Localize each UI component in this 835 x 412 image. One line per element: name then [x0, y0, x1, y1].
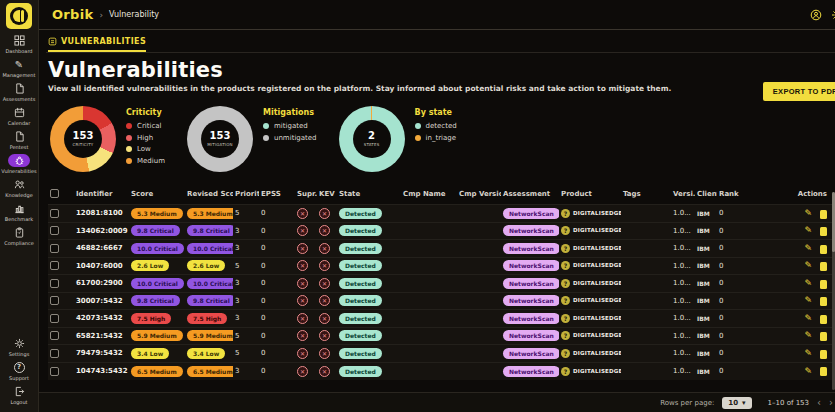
- kev-icon[interactable]: ✕: [319, 348, 330, 359]
- sidebar-item-vulnerabilities[interactable]: Vulnerabilities: [1, 154, 38, 174]
- table-row[interactable]: 134062:0009 9.8 Critical 9.8 Critical 3 …: [48, 222, 834, 240]
- document-action-icon[interactable]: [820, 367, 827, 376]
- suppressed-icon[interactable]: ✕: [297, 225, 308, 236]
- kev-icon[interactable]: ✕: [319, 278, 330, 289]
- kev-icon[interactable]: ✕: [319, 313, 330, 324]
- suppressed-icon[interactable]: ✕: [297, 366, 308, 377]
- sidebar-item-dashboard[interactable]: Dashboard: [1, 34, 38, 54]
- row-checkbox[interactable]: [50, 331, 59, 340]
- kev-icon[interactable]: ✕: [319, 243, 330, 254]
- edit-icon[interactable]: ✎: [804, 208, 812, 218]
- row-checkbox[interactable]: [50, 314, 59, 323]
- document-action-icon[interactable]: [820, 297, 827, 306]
- suppressed-icon[interactable]: ✕: [297, 330, 308, 341]
- epss-cell: 0: [259, 362, 295, 380]
- document-action-icon[interactable]: [820, 350, 827, 359]
- suppressed-icon[interactable]: ✕: [297, 278, 308, 289]
- sidebar-item-label: Pentest: [10, 144, 29, 150]
- orbik-logo-icon[interactable]: [6, 3, 32, 29]
- breadcrumb: Vulnerability: [109, 10, 159, 19]
- assessment-badge: NetworkScan: [503, 313, 559, 324]
- document-action-icon[interactable]: [820, 245, 827, 254]
- edit-icon[interactable]: ✎: [804, 225, 812, 235]
- export-pdf-button[interactable]: EXPORT TO PDF: [763, 82, 835, 101]
- row-checkbox[interactable]: [50, 279, 59, 288]
- user-icon[interactable]: [810, 6, 822, 25]
- table-row[interactable]: 104743:5432 6.5 Medium 6.5 Medium 3 0 ✕ …: [48, 362, 834, 380]
- by-state-chart: 2statesBy statedetectedin_triage: [339, 106, 457, 172]
- sidebar-item-knowledge[interactable]: Knowledge: [1, 178, 38, 198]
- document-action-icon[interactable]: [820, 210, 827, 219]
- suppressed-icon[interactable]: ✕: [297, 295, 308, 306]
- table-row[interactable]: 65821:5432 5.9 Medium 5.9 Medium 5 0 ✕ ✕…: [48, 327, 834, 345]
- row-checkbox[interactable]: [50, 209, 59, 218]
- select-all-checkbox[interactable]: [50, 189, 59, 198]
- row-checkbox[interactable]: [50, 244, 59, 253]
- row-checkbox[interactable]: [50, 367, 59, 376]
- sidebar-item-label: Dashboard: [5, 48, 32, 54]
- sidebar-item-compliance[interactable]: Compliance: [1, 226, 38, 246]
- assessment-badge: NetworkScan: [503, 330, 559, 341]
- kev-icon[interactable]: ✕: [319, 366, 330, 377]
- row-checkbox[interactable]: [50, 261, 59, 270]
- rows-per-page-select[interactable]: 10 ▾: [722, 397, 751, 409]
- table-row[interactable]: 42073:5432 7.5 High 7.5 High 3 0 ✕ ✕ Det…: [48, 310, 834, 328]
- sidebar-item-label: Support: [9, 375, 29, 381]
- priority-cell: 3: [233, 240, 259, 258]
- table-row[interactable]: 30007:5432 9.8 Critical 9.8 Critical 3 0…: [48, 292, 834, 310]
- suppressed-icon[interactable]: ✕: [297, 348, 308, 359]
- edit-icon[interactable]: ✎: [804, 313, 812, 323]
- kev-icon[interactable]: ✕: [319, 225, 330, 236]
- sidebar-item-settings[interactable]: Settings: [1, 337, 38, 357]
- criticity-legend: CriticityCriticalHighLowMedium: [126, 106, 165, 172]
- row-checkbox[interactable]: [50, 226, 59, 235]
- settings-gear-icon[interactable]: [831, 6, 835, 25]
- edit-icon[interactable]: ✎: [804, 348, 812, 358]
- edit-icon[interactable]: ✎: [804, 295, 812, 305]
- sidebar-item-benchmark[interactable]: Benchmark: [1, 202, 38, 222]
- document-action-icon[interactable]: [820, 315, 827, 324]
- column-header: Actions: [753, 183, 834, 205]
- document-action-icon[interactable]: [820, 332, 827, 341]
- product-cell: DIGITALISEDGE.NE: [573, 333, 621, 339]
- sidebar-item-management[interactable]: ✎ Management: [1, 58, 38, 78]
- kev-icon[interactable]: ✕: [319, 260, 330, 271]
- kev-icon[interactable]: ✕: [319, 295, 330, 306]
- revised-score-badge: 2.6 Low: [187, 260, 225, 271]
- table-row[interactable]: 61700:2900 10.0 Critical 10.0 Critical 3…: [48, 275, 834, 293]
- epss-cell: 0: [259, 327, 295, 345]
- sidebar-item-support[interactable]: ? Support: [1, 361, 38, 381]
- edit-icon[interactable]: ✎: [804, 330, 812, 340]
- suppressed-icon[interactable]: ✕: [297, 260, 308, 271]
- edit-icon[interactable]: ✎: [804, 366, 812, 376]
- rank-cell: 0: [717, 362, 753, 380]
- kev-icon[interactable]: ✕: [319, 330, 330, 341]
- sidebar-item-calendar[interactable]: Calendar: [1, 106, 38, 126]
- edit-icon[interactable]: ✎: [804, 243, 812, 253]
- table-row[interactable]: 46882:6667 10.0 Critical 10.0 Critical 3…: [48, 240, 834, 258]
- table-row[interactable]: 10407:6000 2.6 Low 2.6 Low 5 0 ✕ ✕ Detec…: [48, 257, 834, 275]
- row-checkbox[interactable]: [50, 349, 59, 358]
- suppressed-icon[interactable]: ✕: [297, 243, 308, 254]
- sidebar-item-pentest[interactable]: Pentest: [1, 130, 38, 150]
- tab-vulnerabilities[interactable]: VULNERABILITIES: [48, 37, 146, 52]
- sidebar-item-logout[interactable]: Logout: [1, 385, 38, 405]
- table-row[interactable]: 12081:8100 5.3 Medium 5.3 Medium 5 0 ✕ ✕…: [48, 205, 834, 223]
- next-page-button[interactable]: ›: [829, 398, 833, 408]
- document-action-icon[interactable]: [820, 227, 827, 236]
- suppressed-icon[interactable]: ✕: [297, 208, 308, 219]
- row-checkbox[interactable]: [50, 296, 59, 305]
- kev-icon[interactable]: ✕: [319, 208, 330, 219]
- edit-icon[interactable]: ✎: [804, 260, 812, 270]
- edit-icon[interactable]: ✎: [804, 278, 812, 288]
- donut-center: 153criticity: [64, 120, 102, 158]
- prev-page-button[interactable]: ‹: [817, 398, 821, 408]
- document-action-icon[interactable]: [820, 262, 827, 271]
- document-action-icon[interactable]: [820, 280, 827, 289]
- suppressed-icon[interactable]: ✕: [297, 313, 308, 324]
- product-cell: DIGITALISEDGE.NE: [573, 298, 621, 304]
- table-row[interactable]: 79479:5432 3.4 Low 3.4 Low 5 0 ✕ ✕ Detec…: [48, 345, 834, 363]
- sidebar-item-assessments[interactable]: Assessments: [1, 82, 38, 102]
- brand-title[interactable]: Orbik: [52, 7, 93, 22]
- gear-icon: [8, 337, 30, 350]
